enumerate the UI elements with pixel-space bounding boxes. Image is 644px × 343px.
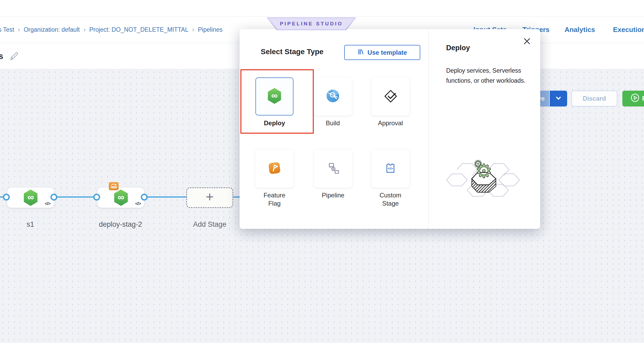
breadcrumb-item-account[interactable]: s Test (0, 26, 14, 33)
run-button[interactable]: Run (622, 91, 644, 106)
connector-port[interactable] (141, 194, 148, 201)
breadcrumb: s Test › Organization: default › Project… (0, 16, 223, 43)
breadcrumb-separator: › (192, 26, 194, 33)
stage-label-deploy-stag-2: deploy-stag-2 (99, 220, 142, 229)
stage-detail-panel: Deploy Deploy services, Serverless funct… (429, 29, 540, 229)
pipeline-studio-banner: PIPELINE STUDIO (267, 17, 356, 30)
modal-title: Select Stage Type (261, 48, 324, 56)
edit-pencil-icon[interactable] (9, 51, 19, 62)
save-options-button[interactable] (550, 91, 567, 106)
breadcrumb-item-organization[interactable]: Organization: default (24, 26, 80, 33)
pipeline-name: s (0, 43, 3, 69)
stage-detail-description: Deploy services, Serverless functions, o… (446, 66, 533, 86)
stage-node-s1[interactable]: ∞ </> (7, 188, 54, 208)
annotation-highlight-rect (240, 69, 314, 134)
add-stage-button[interactable]: + (186, 187, 233, 208)
connector-port[interactable] (50, 194, 57, 201)
stage-node-deploy-stag-2[interactable]: ∞ </> (97, 188, 144, 208)
template-library-icon (357, 48, 364, 57)
stage-type-label-custom: Custom Stage (371, 191, 410, 207)
breadcrumb-separator: › (18, 26, 20, 33)
run-button-label: Run (642, 95, 644, 102)
rollback-badge-icon[interactable] (109, 182, 119, 190)
connector-port[interactable] (93, 194, 100, 201)
custom-stage-icon: </> (383, 161, 398, 176)
code-icon[interactable]: </> (45, 201, 50, 206)
breadcrumb-item-pipelines[interactable]: Pipelines (198, 26, 222, 33)
play-circle-icon (631, 93, 640, 104)
stage-type-card-custom[interactable]: </> (371, 150, 409, 188)
cd-infinity-glyph: ∞ (118, 192, 124, 202)
add-stage-label: Add Stage (193, 220, 226, 229)
pipeline-studio-page: s Test › Organization: default › Project… (0, 0, 644, 343)
close-icon[interactable] (523, 37, 531, 45)
stage-type-card-approval[interactable] (371, 77, 409, 115)
stage-type-card-build[interactable] (314, 77, 352, 115)
top-bar (0, 0, 644, 16)
feature-flag-icon (267, 161, 282, 176)
stage-type-label-feature-flag: Feature Flag (255, 191, 294, 207)
stage-type-label-pipeline: Pipeline (313, 191, 353, 199)
breadcrumb-item-project[interactable]: Project: DO_NOT_DELETE_MITTAL (89, 26, 188, 33)
plus-icon: + (206, 189, 214, 205)
svg-text:⚙: ⚙ (475, 160, 492, 182)
approval-check-icon (383, 89, 398, 104)
stage-label-s1: s1 (27, 220, 34, 229)
deploy-illustration: ⚙ ⚙ (445, 151, 522, 201)
cd-hexagon-icon: ∞ (23, 189, 38, 207)
custom-stage-code-glyph: </> (388, 166, 393, 170)
cd-hexagon-icon: ∞ (113, 189, 129, 207)
tab-executions[interactable]: Executions (613, 16, 644, 43)
discard-button[interactable]: Discard (571, 91, 617, 106)
pipeline-chain-icon (326, 161, 340, 176)
stage-type-card-feature-flag[interactable] (255, 150, 293, 188)
use-template-label: Use template (367, 49, 407, 56)
stage-type-label-approval: Approval (371, 119, 410, 127)
stage-detail-title: Deploy (446, 44, 470, 52)
stage-type-label-build: Build (313, 119, 353, 127)
breadcrumb-separator: › (83, 26, 86, 33)
connector-port[interactable] (3, 194, 10, 201)
use-template-button[interactable]: Use template (344, 45, 420, 60)
stage-type-card-pipeline[interactable] (314, 150, 352, 188)
ci-build-icon (326, 89, 340, 104)
cd-infinity-glyph: ∞ (27, 192, 34, 202)
banner-label: PIPELINE STUDIO (268, 18, 355, 30)
code-icon[interactable]: </> (135, 201, 141, 206)
chevron-down-icon (555, 95, 562, 103)
tab-analytics[interactable]: Analytics (564, 16, 595, 43)
